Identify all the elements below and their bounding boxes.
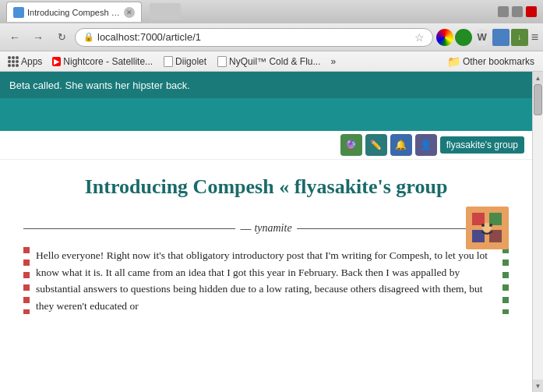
notification-bar: Beta called. She wants her hipster back. — [0, 72, 532, 98]
bookmarks-more-button[interactable]: » — [327, 55, 339, 69]
apps-bookmark[interactable]: Apps — [5, 55, 45, 69]
bookmark-diigolet[interactable]: Diigolet — [160, 55, 210, 69]
tab-favicon — [13, 7, 24, 18]
minimize-button[interactable] — [498, 6, 509, 17]
rainbow-circle-icon[interactable] — [436, 29, 453, 46]
scrollbar-up-button[interactable]: ▲ — [533, 72, 544, 84]
blue-rect-icon[interactable] — [492, 29, 510, 46]
right-decoration — [502, 247, 509, 314]
toolbar-icon-2[interactable]: ✏️ — [365, 134, 387, 156]
tab-title: Introducing Compesh « fli... — [27, 8, 121, 17]
author-avatar — [466, 207, 509, 249]
tab-close-button[interactable]: ✕ — [124, 7, 135, 18]
nav-icons: W ↓ — [436, 29, 528, 46]
apps-label: Apps — [21, 56, 42, 67]
author-name: tynamite — [254, 222, 291, 235]
page-wrapper: Beta called. She wants her hipster back.… — [0, 72, 543, 392]
bookmarks-bar: Apps ▶ Nightcore - Satellite... Diigolet… — [0, 51, 543, 72]
other-bookmarks-label: Other bookmarks — [463, 56, 534, 67]
scrollbar-down-button[interactable]: ▼ — [533, 380, 544, 392]
forward-button[interactable]: → — [28, 27, 48, 48]
svg-point-7 — [489, 224, 492, 227]
left-decoration — [23, 247, 30, 314]
window-controls — [498, 6, 537, 17]
author-line-left — [23, 228, 235, 229]
scrollbar-track[interactable] — [533, 84, 543, 380]
svg-point-6 — [481, 224, 485, 227]
page-content: Beta called. She wants her hipster back.… — [0, 72, 532, 392]
maximize-button[interactable] — [512, 6, 523, 17]
bookmark-star-icon[interactable]: ☆ — [414, 31, 425, 44]
green-circle-icon[interactable] — [455, 29, 472, 46]
article-area: Introducing Compesh « flyasakite's group… — [0, 160, 532, 330]
notification-text: Beta called. She wants her hipster back. — [9, 79, 190, 91]
apps-grid-icon — [8, 56, 19, 67]
url-lock-icon: 🔒 — [83, 32, 94, 42]
arrow-icon[interactable]: ↓ — [511, 29, 528, 46]
author-dash: — — [240, 222, 251, 235]
page-icon-2 — [217, 56, 227, 67]
teal-header — [0, 98, 532, 131]
back-button[interactable]: ← — [5, 27, 25, 48]
navbar: ← → ↻ 🔒 localhost:7000/article/1 ☆ W ↓ ≡ — [0, 23, 543, 51]
new-tab-button[interactable] — [150, 3, 181, 20]
toolbar-row: 🔮 ✏️ 🔔 👤 flyasakite's group — [0, 131, 532, 160]
article-body: Hello everyone! Right now it's that obli… — [30, 247, 502, 314]
active-tab[interactable]: Introducing Compesh « fli... ✕ — [6, 2, 142, 22]
toolbar-icon-1[interactable]: 🔮 — [340, 134, 362, 156]
folder-icon: 📁 — [447, 55, 460, 68]
refresh-button[interactable]: ↻ — [51, 27, 72, 48]
svg-rect-2 — [489, 213, 502, 225]
author-row: — tynamite — [23, 222, 509, 235]
bookmark-nightcore-label: Nightcore - Satellite... — [63, 56, 153, 67]
url-bar[interactable]: 🔒 localhost:7000/article/1 ☆ — [75, 28, 433, 47]
titlebar: Introducing Compesh « fli... ✕ — [0, 0, 543, 23]
youtube-icon: ▶ — [52, 57, 61, 66]
bookmark-nyquil[interactable]: NyQuil™ Cold & Flu... — [213, 55, 324, 69]
toolbar-icon-4[interactable]: 👤 — [415, 134, 437, 156]
article-title-part1: Introducing Compesh — [85, 175, 274, 198]
menu-button[interactable]: ≡ — [531, 30, 538, 44]
article-title-part2: flyasakite's group — [294, 175, 448, 198]
bookmark-nightcore[interactable]: ▶ Nightcore - Satellite... — [48, 55, 157, 69]
close-button[interactable] — [526, 6, 537, 17]
article-title-separator: « — [279, 175, 294, 198]
svg-rect-1 — [472, 213, 485, 225]
article-title: Introducing Compesh « flyasakite's group — [23, 160, 509, 222]
content-with-sides: Hello everyone! Right now it's that obli… — [23, 247, 509, 314]
page-icon — [164, 56, 173, 67]
other-bookmarks-folder[interactable]: 📁 Other bookmarks — [443, 54, 538, 69]
group-label[interactable]: flyasakite's group — [440, 136, 524, 154]
article-body-text: Hello everyone! Right now it's that obli… — [36, 247, 496, 314]
toolbar-icon-3[interactable]: 🔔 — [390, 134, 412, 156]
browser-window: Introducing Compesh « fli... ✕ ← → ↻ 🔒 l… — [0, 0, 543, 392]
url-text: localhost:7000/article/1 — [97, 31, 201, 43]
scrollbar: ▲ ▼ — [532, 72, 543, 392]
bookmark-diigolet-label: Diigolet — [175, 56, 206, 67]
scrollbar-thumb[interactable] — [534, 84, 542, 115]
bookmark-nyquil-label: NyQuil™ Cold & Flu... — [229, 56, 320, 67]
avatar-image — [466, 207, 509, 249]
w-circle-icon[interactable]: W — [474, 29, 491, 46]
